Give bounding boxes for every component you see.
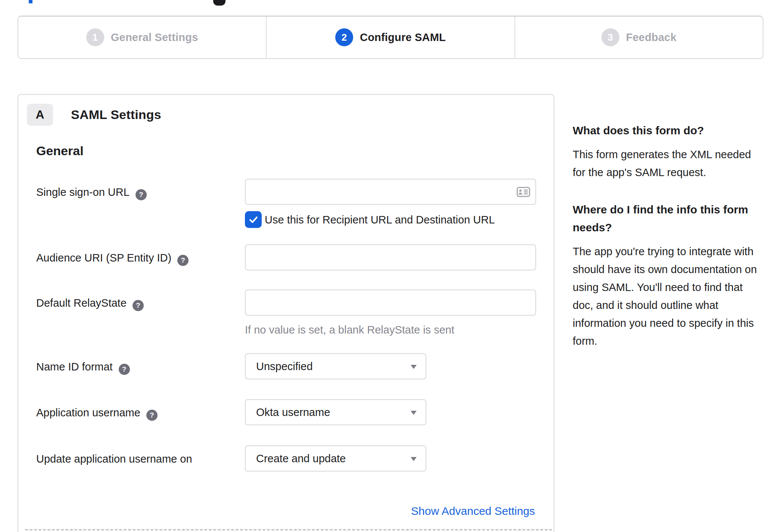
step-number-badge: 1	[86, 28, 104, 46]
step-label: Configure SAML	[360, 31, 446, 44]
label-text: Update application username on	[36, 453, 192, 465]
checkmark-icon	[248, 215, 259, 225]
select-value: Okta username	[256, 406, 330, 419]
select-value: Unspecified	[256, 360, 313, 373]
audience-uri-label: Audience URI (SP Entity ID)?	[36, 252, 189, 266]
help-icon[interactable]: ?	[146, 410, 158, 421]
help-icon[interactable]: ?	[177, 255, 189, 266]
update-application-username-label: Update application username on	[36, 453, 192, 465]
general-heading: General	[36, 144, 84, 158]
single-sign-on-url-control	[245, 179, 536, 205]
configure-saml-page: 1 General Settings 2 Configure SAML 3 Fe…	[0, 0, 781, 532]
help-icon[interactable]: ?	[119, 364, 130, 375]
step-general-settings[interactable]: 1 General Settings	[18, 16, 266, 58]
name-id-format-select[interactable]: Unspecified	[245, 353, 426, 379]
audience-uri-row: Audience URI (SP Entity ID)?	[18, 244, 554, 270]
help-body-what: This form generates the XML needed for t…	[573, 145, 765, 181]
help-icon[interactable]: ?	[136, 189, 147, 200]
application-username-label: Application username?	[36, 407, 158, 421]
single-sign-on-url-input[interactable]	[245, 179, 536, 205]
default-relaystate-row: Default RelayState? If no value is set, …	[18, 290, 554, 316]
section-divider-dashed	[25, 529, 552, 531]
chevron-down-icon	[411, 365, 417, 369]
step-number-badge: 2	[335, 28, 353, 46]
show-advanced-settings-link[interactable]: Show Advanced Settings	[411, 505, 535, 517]
single-sign-on-url-row: Single sign-on URL?	[18, 179, 554, 205]
chevron-down-icon	[411, 457, 417, 461]
audience-uri-control	[245, 244, 536, 270]
wizard-stepper: 1 General Settings 2 Configure SAML 3 Fe…	[18, 16, 763, 59]
step-label: General Settings	[111, 31, 198, 44]
default-relaystate-input[interactable]	[245, 290, 536, 316]
chevron-down-icon	[411, 411, 417, 415]
step-number-badge: 3	[601, 28, 619, 46]
help-icon[interactable]: ?	[133, 300, 144, 311]
step-label: Feedback	[626, 31, 676, 44]
logo-fragment	[213, 0, 225, 6]
single-sign-on-url-label: Single sign-on URL?	[36, 186, 147, 200]
saml-settings-card: A SAML Settings General Single sign-on U…	[18, 94, 554, 532]
default-relaystate-control	[245, 290, 536, 316]
label-text: Name ID format	[36, 361, 113, 373]
label-text: Application username	[36, 407, 140, 419]
use-this-for-recipient-url-checkbox[interactable]	[245, 211, 262, 228]
label-text: Single sign-on URL	[36, 186, 130, 198]
help-panel: What does this form do? This form genera…	[573, 122, 765, 369]
label-text: Audience URI (SP Entity ID)	[36, 252, 171, 264]
section-a-badge: A	[27, 104, 53, 126]
update-application-username-select[interactable]: Create and update	[245, 445, 426, 472]
name-id-format-label: Name ID format?	[36, 361, 130, 375]
checkbox-label: Use this for Recipient URL and Destinati…	[265, 214, 495, 226]
default-relaystate-label: Default RelayState?	[36, 297, 144, 311]
relaystate-helper-text: If no value is set, a blank RelayState i…	[245, 324, 454, 336]
saml-settings-header: A SAML Settings	[27, 104, 161, 126]
application-username-select[interactable]: Okta username	[245, 399, 426, 425]
audience-uri-input[interactable]	[245, 244, 536, 270]
step-configure-saml[interactable]: 2 Configure SAML	[266, 16, 514, 58]
help-body-where: The app you're trying to integrate with …	[573, 242, 765, 350]
select-value: Create and update	[256, 453, 346, 465]
section-title: SAML Settings	[71, 107, 161, 122]
page-title-fragment	[29, 0, 32, 3]
label-text: Default RelayState	[36, 297, 127, 309]
help-heading-what: What does this form do?	[573, 122, 765, 140]
contact-card-icon	[517, 187, 530, 197]
step-feedback[interactable]: 3 Feedback	[514, 16, 763, 58]
help-heading-where: Where do I find the info this form needs…	[573, 201, 765, 237]
